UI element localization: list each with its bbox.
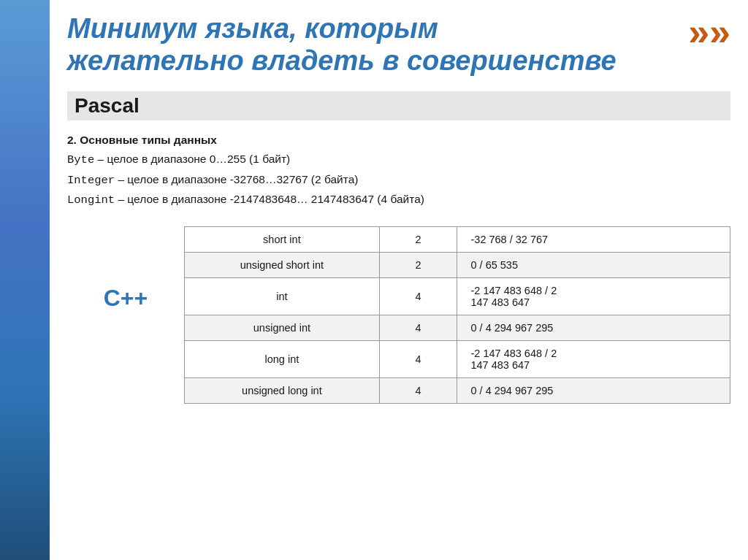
table-row: unsigned int40 / 4 294 967 295 [185,315,730,340]
longint-desc: – целое в диапазоне -2147483648… 2147483… [115,193,424,205]
table-row: unsigned long int40 / 4 294 967 295 [185,377,730,403]
range-cell: -32 768 / 32 767 [457,226,730,252]
range-cell: 0 / 4 294 967 295 [457,315,730,340]
range-cell: -2 147 483 648 / 2147 483 647 [457,277,730,315]
type-cell: unsigned short int [185,252,380,277]
type-cell: long int [185,340,380,377]
type-cell: int [185,277,380,315]
integer-desc: – целое в диапазоне -32768…32767 (2 байт… [115,173,358,185]
title-line2: желательно владеть в совершенстве [67,45,617,76]
cpp-types-table: short int2-32 768 / 32 767unsigned short… [184,226,730,404]
size-cell: 4 [379,377,457,403]
range-cell: 0 / 65 535 [457,252,730,277]
cpp-label: C++ [67,226,184,312]
table-row: short int2-32 768 / 32 767 [185,226,730,252]
range-cell: -2 147 483 648 / 2147 483 647 [457,340,730,377]
type-cell: unsigned int [185,315,380,340]
table-row: long int4-2 147 483 648 / 2147 483 647 [185,340,730,377]
type-cell: short int [185,226,380,252]
section-number: 2. Основные типы данных [67,134,217,146]
main-content: Минимум языка, которым желательно владет… [50,0,748,560]
size-cell: 4 [379,340,457,377]
size-cell: 4 [379,315,457,340]
title-line1: Минимум языка, которым [67,13,438,44]
byte-keyword: Byte [67,153,94,166]
table-row: unsigned short int20 / 65 535 [185,252,730,277]
chevron-icon: »» [688,10,730,54]
size-cell: 2 [379,252,457,277]
longint-keyword: Longint [67,193,115,207]
description-block: 2. Основные типы данных Byte – целое в д… [67,131,730,210]
main-title: Минимум языка, которым желательно владет… [67,13,617,77]
left-sidebar [0,0,50,560]
language-label: Pascal [67,91,730,120]
integer-keyword: Integer [67,174,115,187]
table-row: int4-2 147 483 648 / 2147 483 647 [185,277,730,315]
title-area: Минимум языка, которым желательно владет… [67,13,730,77]
byte-desc: – целое в диапазоне 0…255 (1 байт) [94,153,290,165]
range-cell: 0 / 4 294 967 295 [457,377,730,403]
size-cell: 2 [379,226,457,252]
size-cell: 4 [379,277,457,315]
type-cell: unsigned long int [185,377,380,403]
cpp-section: C++ short int2-32 768 / 32 767unsigned s… [67,226,730,404]
